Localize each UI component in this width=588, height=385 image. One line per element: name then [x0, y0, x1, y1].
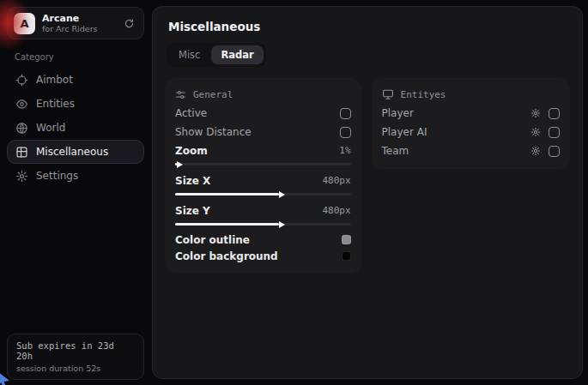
tab-bar: Misc Radar	[167, 43, 266, 67]
slider-value: 480px	[322, 205, 350, 216]
zoom-slider[interactable]	[175, 163, 351, 165]
slider-thumb[interactable]	[177, 161, 183, 168]
team-checkbox[interactable]	[549, 146, 560, 157]
session-duration-text: session duration 52s	[16, 364, 135, 373]
size-y-slider[interactable]	[175, 223, 351, 226]
entity-label: Player	[382, 107, 530, 119]
sidebar-item-label: Settings	[36, 170, 78, 182]
show-distance-checkbox[interactable]	[340, 127, 351, 138]
zoom-slider-group: Zoom 1%	[175, 141, 351, 171]
slider-label: Size X	[175, 175, 210, 187]
player-checkbox[interactable]	[549, 108, 560, 119]
entity-row-player: Player	[382, 104, 560, 123]
category-label: Category	[15, 52, 144, 62]
sidebar-item-miscellaneous[interactable]: Miscellaneous	[7, 140, 144, 164]
color-label: Color background	[175, 250, 278, 262]
toggle-label: Active	[175, 107, 207, 119]
color-background-swatch[interactable]	[342, 251, 351, 261]
slider-value: 480px	[322, 175, 350, 186]
gear-icon	[15, 170, 28, 183]
sidebar-item-entities[interactable]: Entities	[7, 92, 144, 116]
brand-subtitle: for Arc Riders	[42, 24, 98, 34]
sub-expiry-text: Sub expires in 23d 20h	[16, 340, 135, 361]
toggle-row-show-distance: Show Distance	[175, 123, 351, 141]
entity-label: Team	[382, 145, 530, 157]
tab-misc[interactable]: Misc	[169, 45, 209, 64]
slider-value: 1%	[339, 145, 350, 156]
sidebar-item-settings[interactable]: Settings	[7, 164, 144, 188]
general-card-title: General	[193, 89, 233, 100]
entity-settings-gear-icon[interactable]	[530, 108, 541, 118]
sidebar-item-label: Miscellaneous	[36, 146, 108, 158]
active-checkbox[interactable]	[340, 108, 351, 119]
toggle-label: Show Distance	[175, 126, 252, 138]
slider-thumb[interactable]	[279, 191, 285, 198]
main-panel: Miscellaneous Misc Radar General Active …	[152, 6, 583, 379]
slider-label: Size Y	[175, 205, 210, 217]
entity-label: Player AI	[382, 126, 530, 138]
slider-label: Zoom	[175, 145, 208, 157]
entity-row-team: Team	[382, 141, 560, 160]
entity-row-player-ai: Player AI	[382, 123, 560, 141]
monitor-icon	[382, 88, 394, 100]
mouse-cursor	[0, 372, 13, 385]
sidebar-item-label: World	[36, 122, 65, 134]
toggle-row-active: Active	[175, 104, 351, 123]
page-title: Miscellaneous	[168, 20, 570, 33]
color-outline-row: Color outline	[175, 232, 351, 248]
crosshair-icon	[15, 74, 28, 87]
globe-icon	[15, 122, 28, 135]
slider-fill	[175, 223, 279, 226]
slider-thumb[interactable]	[279, 221, 285, 228]
entity-settings-gear-icon[interactable]	[530, 127, 541, 137]
sidebar-item-label: Entities	[36, 98, 75, 110]
color-label: Color outline	[175, 234, 250, 246]
entities-card-title: Entityes	[401, 89, 446, 100]
avatar: A	[14, 13, 35, 34]
entities-card: Entityes Player Player AI	[372, 78, 570, 169]
sidebar-item-world[interactable]: World	[7, 116, 144, 140]
size-x-slider-group: Size X 480px	[175, 171, 351, 202]
eye-icon	[15, 98, 28, 111]
sliders-icon	[175, 89, 186, 100]
slider-fill	[175, 163, 177, 165]
slider-fill	[175, 193, 279, 196]
subscription-info: Sub expires in 23d 20h session duration …	[7, 334, 144, 380]
brand-card: A Arcane for Arc Riders	[7, 7, 144, 39]
sidebar-item-aimbot[interactable]: Aimbot	[7, 68, 144, 92]
grid-icon	[15, 146, 28, 159]
size-x-slider[interactable]	[175, 193, 351, 196]
entity-settings-gear-icon[interactable]	[530, 146, 541, 156]
sidebar-item-label: Aimbot	[36, 74, 73, 86]
refresh-icon[interactable]	[124, 18, 135, 29]
player-ai-checkbox[interactable]	[549, 127, 560, 138]
sidebar: A Arcane for Arc Riders Category Aimbot …	[0, 0, 151, 385]
color-outline-swatch[interactable]	[342, 235, 351, 244]
brand-name: Arcane	[42, 13, 98, 24]
general-card: General Active Show Distance Zoom 1%	[165, 78, 361, 273]
size-y-slider-group: Size Y 480px	[175, 202, 351, 232]
tab-radar[interactable]: Radar	[211, 45, 263, 64]
color-background-row: Color background	[175, 248, 351, 264]
